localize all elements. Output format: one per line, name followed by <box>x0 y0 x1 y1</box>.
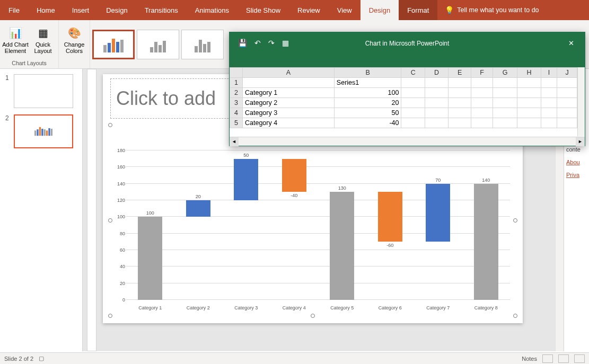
excel-titlebar[interactable]: 💾 ↶ ↷ ▦ Chart in Microsoft PowerPoint ✕ <box>230 32 585 67</box>
ribbon-tab-design[interactable]: Design <box>98 0 136 20</box>
slide-thumbnail-pane[interactable]: 1 2 <box>0 69 83 351</box>
spell-check-icon[interactable]: ▢ <box>39 355 44 362</box>
cell-C5[interactable] <box>401 118 425 128</box>
selection-handle[interactable] <box>311 314 315 318</box>
sheet-horizontal-scrollbar[interactable]: ◄ ► <box>230 137 585 146</box>
bar-category-7[interactable] <box>426 184 450 242</box>
col-header-B[interactable]: B <box>334 68 401 78</box>
chart-object[interactable]: Chart Title Increase Decrease Total 0204… <box>110 125 515 316</box>
change-colors-button[interactable]: 🎨 Change Colors <box>61 21 87 58</box>
row-header-2[interactable]: 2 <box>230 88 243 98</box>
cell-E2[interactable] <box>449 88 471 98</box>
selection-handle[interactable] <box>108 123 112 127</box>
cell-C4[interactable] <box>401 108 425 118</box>
ribbon-tab-insert[interactable]: Insert <box>64 0 98 20</box>
chart-plot-area[interactable]: 020406080100120140160180 1002050-40130-6… <box>126 150 510 300</box>
cell-J4[interactable] <box>557 108 577 118</box>
cell-H1[interactable] <box>517 78 541 88</box>
cell-A2[interactable]: Category 1 <box>243 88 335 98</box>
chart-data-icon[interactable]: ▦ <box>282 39 289 47</box>
col-header-J[interactable]: J <box>557 68 577 78</box>
cell-G3[interactable] <box>493 98 517 108</box>
cell-H5[interactable] <box>517 118 541 128</box>
cell-G1[interactable] <box>493 78 517 88</box>
cell-C3[interactable] <box>401 98 425 108</box>
cell-F3[interactable] <box>471 98 493 108</box>
ribbon-tab-transitions[interactable]: Transitions <box>136 0 187 20</box>
cell-B5[interactable]: -40 <box>334 118 401 128</box>
cell-B3[interactable]: 20 <box>334 98 401 108</box>
col-header-A[interactable]: A <box>243 68 335 78</box>
cell-I2[interactable] <box>541 88 557 98</box>
chart-style-2[interactable] <box>137 30 179 59</box>
cell-A4[interactable]: Category 3 <box>243 108 335 118</box>
quick-layout-button[interactable]: ▦ Quick Layout <box>30 21 56 58</box>
cell-E5[interactable] <box>449 118 471 128</box>
cell-J3[interactable] <box>557 98 577 108</box>
cell-E4[interactable] <box>449 108 471 118</box>
cell-C2[interactable] <box>401 88 425 98</box>
cell-I1[interactable] <box>541 78 557 88</box>
close-button[interactable]: ✕ <box>561 37 581 49</box>
bar-category-6[interactable] <box>378 192 402 242</box>
ribbon-tab-animations[interactable]: Animations <box>187 0 238 20</box>
cell-G4[interactable] <box>493 108 517 118</box>
bar-category-2[interactable] <box>186 200 210 217</box>
scroll-left-icon[interactable]: ◄ <box>230 137 239 146</box>
cell-F1[interactable] <box>471 78 493 88</box>
bar-category-1[interactable] <box>138 217 162 300</box>
cell-H3[interactable] <box>517 98 541 108</box>
undo-icon[interactable]: ↶ <box>254 39 261 47</box>
save-icon[interactable]: 💾 <box>238 39 247 47</box>
ribbon-tab-review[interactable]: Review <box>289 0 329 20</box>
col-header-H[interactable]: H <box>517 68 541 78</box>
add-chart-element-button[interactable]: 📊 Add Chart Element <box>2 21 29 58</box>
selection-handle[interactable] <box>108 314 112 318</box>
slide-thumb-1[interactable] <box>14 74 73 108</box>
tell-me-search[interactable]: 💡Tell me what you want to do <box>437 0 546 20</box>
cell-B4[interactable]: 50 <box>334 108 401 118</box>
col-header-F[interactable]: F <box>471 68 493 78</box>
bar-category-8[interactable] <box>474 184 498 300</box>
cell-A1[interactable] <box>243 78 335 88</box>
selection-handle[interactable] <box>513 314 517 318</box>
bar-category-4[interactable] <box>282 159 306 192</box>
col-header-E[interactable]: E <box>449 68 471 78</box>
privacy-link[interactable]: Priva <box>566 172 587 178</box>
ribbon-tab-home[interactable]: Home <box>28 0 64 20</box>
cell-A3[interactable]: Category 2 <box>243 98 335 108</box>
cell-B2[interactable]: 100 <box>334 88 401 98</box>
sheet-vertical-scrollbar[interactable] <box>577 67 585 136</box>
cell-G2[interactable] <box>493 88 517 98</box>
chart-style-3[interactable] <box>181 30 224 59</box>
bar-category-5[interactable] <box>330 192 354 300</box>
cell-D4[interactable] <box>425 108 448 118</box>
col-header-C[interactable]: C <box>401 68 425 78</box>
cell-I4[interactable] <box>541 108 557 118</box>
col-header-D[interactable]: D <box>425 68 448 78</box>
cell-E3[interactable] <box>449 98 471 108</box>
cell-H4[interactable] <box>517 108 541 118</box>
ribbon-tab-design[interactable]: Design <box>361 0 399 20</box>
cell-D5[interactable] <box>425 118 448 128</box>
cell-D3[interactable] <box>425 98 448 108</box>
ribbon-tab-format[interactable]: Format <box>399 0 437 20</box>
select-all-cell[interactable] <box>230 68 243 78</box>
cell-A5[interactable]: Category 4 <box>243 118 335 128</box>
row-header-5[interactable]: 5 <box>230 118 243 128</box>
row-header-3[interactable]: 3 <box>230 98 243 108</box>
cell-J2[interactable] <box>557 88 577 98</box>
cell-B1[interactable]: Series1 <box>334 78 401 88</box>
bar-category-3[interactable] <box>234 159 258 200</box>
cell-D2[interactable] <box>425 88 448 98</box>
col-header-I[interactable]: I <box>541 68 557 78</box>
scroll-right-icon[interactable]: ► <box>576 137 585 146</box>
cell-F4[interactable] <box>471 108 493 118</box>
cell-C1[interactable] <box>401 78 425 88</box>
chart-data-window[interactable]: 💾 ↶ ↷ ▦ Chart in Microsoft PowerPoint ✕ … <box>229 32 585 146</box>
row-header-4[interactable]: 4 <box>230 108 243 118</box>
selection-handle[interactable] <box>513 218 517 223</box>
chart-style-1[interactable] <box>92 30 135 59</box>
slide-thumb-2[interactable] <box>14 114 73 148</box>
cell-J1[interactable] <box>557 78 577 88</box>
